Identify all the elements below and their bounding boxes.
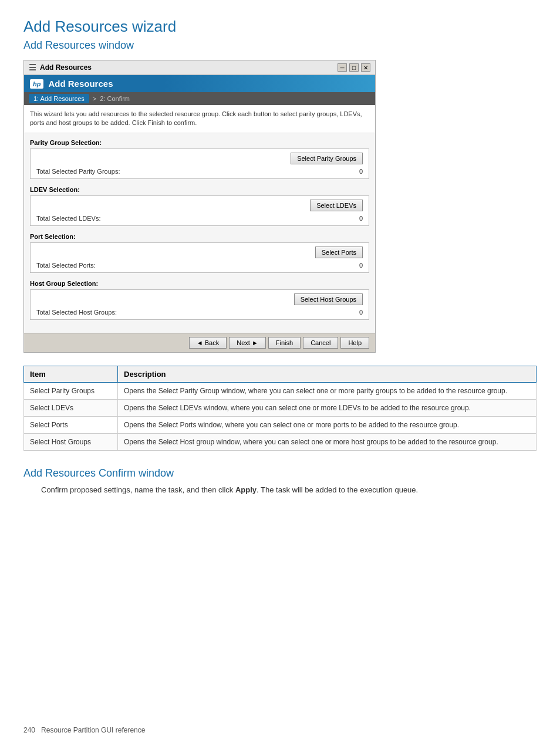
table-cell-description: Opens the Select Host group window, wher… [118, 433, 537, 450]
confirm-desc-suffix: . The task will be added to the executio… [257, 485, 418, 494]
page-num-value: 240 [23, 726, 35, 734]
wizard-footer: ◄ Back Next ► Finish Cancel Help [24, 333, 375, 352]
finish-button[interactable]: Finish [268, 337, 301, 349]
table-cell-item: Select Host Groups [24, 433, 118, 450]
ldev-label: LDEV Selection: [30, 186, 369, 193]
window-icon: ☰ [29, 63, 36, 72]
window-title: Add Resources [40, 63, 92, 72]
wizard-body: Parity Group Selection: Select Parity Gr… [24, 133, 375, 333]
table-row: Select LDEVsOpens the Select LDEVs windo… [24, 399, 537, 416]
table-cell-description: Opens the Select Ports window, where you… [118, 416, 537, 433]
port-box: Select Ports Total Selected Ports: 0 [30, 242, 369, 273]
breadcrumb-arrow: > [93, 95, 96, 102]
breadcrumb-bar: 1: Add Resources > 2: Confirm [24, 92, 375, 105]
table-cell-item: Select Parity Groups [24, 382, 118, 399]
confirm-window-title: Add Resources Confirm window [23, 467, 537, 480]
minimize-button[interactable]: ─ [338, 63, 347, 72]
host-group-total-label: Total Selected Host Groups: [36, 309, 117, 316]
ldev-total-value: 0 [359, 215, 363, 222]
hp-header-title: Add Resources [48, 79, 113, 89]
parity-group-section: Parity Group Selection: Select Parity Gr… [30, 139, 369, 179]
ldev-btn-row: Select LDEVs [36, 200, 363, 211]
host-group-total-value: 0 [359, 309, 363, 316]
breadcrumb-step2: 2: Confirm [100, 95, 130, 102]
parity-group-total-value: 0 [359, 168, 363, 175]
parity-group-label: Parity Group Selection: [30, 139, 369, 146]
select-host-groups-button[interactable]: Select Host Groups [294, 293, 363, 305]
breadcrumb-step1[interactable]: 1: Add Resources [29, 94, 89, 103]
next-button[interactable]: Next ► [229, 337, 266, 349]
ldev-total-label: Total Selected LDEVs: [36, 215, 100, 222]
help-button[interactable]: Help [340, 337, 369, 349]
select-ldevs-button[interactable]: Select LDEVs [310, 200, 363, 211]
back-button[interactable]: ◄ Back [189, 337, 227, 349]
page-num-label: Resource Partition GUI reference [41, 726, 145, 734]
ldev-box: Select LDEVs Total Selected LDEVs: 0 [30, 195, 369, 226]
hp-logo: hp [30, 79, 43, 89]
restore-button[interactable]: □ [349, 63, 359, 72]
host-group-total-row: Total Selected Host Groups: 0 [36, 309, 363, 316]
table-row: Select Parity GroupsOpens the Select Par… [24, 382, 537, 399]
table-header-item: Item [24, 366, 118, 382]
port-total-label: Total Selected Ports: [36, 262, 96, 269]
description-table: Item Description Select Parity GroupsOpe… [23, 366, 537, 451]
select-ports-button[interactable]: Select Ports [315, 247, 363, 258]
parity-group-total-label: Total Selected Parity Groups: [36, 168, 120, 175]
ldev-total-row: Total Selected LDEVs: 0 [36, 215, 363, 222]
hp-header: hp Add Resources [24, 75, 375, 92]
host-group-box: Select Host Groups Total Selected Host G… [30, 289, 369, 320]
port-section: Port Selection: Select Ports Total Selec… [30, 233, 369, 273]
confirm-description: Confirm proposed settings, name the task… [41, 484, 537, 496]
host-group-btn-row: Select Host Groups [36, 293, 363, 305]
table-cell-item: Select Ports [24, 416, 118, 433]
host-group-label: Host Group Selection: [30, 280, 369, 287]
wizard-titlebar: ☰ Add Resources ─ □ ✕ [24, 60, 375, 75]
ldev-section: LDEV Selection: Select LDEVs Total Selec… [30, 186, 369, 226]
close-button[interactable]: ✕ [361, 63, 370, 72]
table-cell-item: Select LDEVs [24, 399, 118, 416]
port-total-row: Total Selected Ports: 0 [36, 262, 363, 269]
titlebar-left: ☰ Add Resources [29, 63, 92, 72]
titlebar-controls: ─ □ ✕ [338, 63, 370, 72]
page-number: 240 Resource Partition GUI reference [23, 726, 145, 734]
table-row: Select PortsOpens the Select Ports windo… [24, 416, 537, 433]
parity-group-btn-row: Select Parity Groups [36, 153, 363, 164]
port-btn-row: Select Ports [36, 247, 363, 258]
page-sub-title: Add Resources window [23, 39, 537, 52]
parity-group-box: Select Parity Groups Total Selected Pari… [30, 148, 369, 179]
wizard-description: This wizard lets you add resources to th… [24, 105, 375, 133]
page-main-title: Add Resources wizard [23, 18, 537, 36]
wizard-window: ☰ Add Resources ─ □ ✕ hp Add Resources 1… [23, 60, 376, 353]
confirm-apply-label: Apply [235, 485, 257, 494]
select-parity-groups-button[interactable]: Select Parity Groups [291, 153, 363, 164]
table-cell-description: Opens the Select LDEVs window, where you… [118, 399, 537, 416]
table-header-description: Description [118, 366, 537, 382]
parity-group-total-row: Total Selected Parity Groups: 0 [36, 168, 363, 175]
port-label: Port Selection: [30, 233, 369, 240]
cancel-button[interactable]: Cancel [303, 337, 338, 349]
table-row: Select Host GroupsOpens the Select Host … [24, 433, 537, 450]
table-cell-description: Opens the Select Parity Group window, wh… [118, 382, 537, 399]
confirm-desc-text: Confirm proposed settings, name the task… [41, 485, 235, 494]
host-group-section: Host Group Selection: Select Host Groups… [30, 280, 369, 320]
port-total-value: 0 [359, 262, 363, 269]
